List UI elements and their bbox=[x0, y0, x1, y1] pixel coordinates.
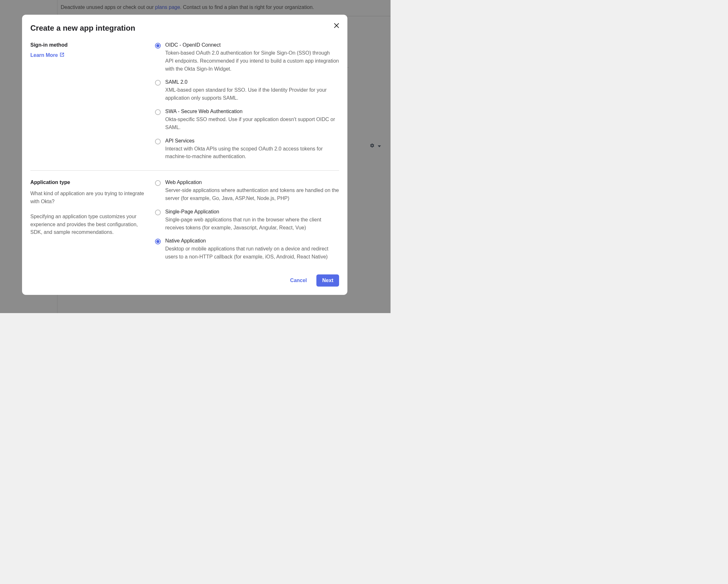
radio-input[interactable] bbox=[155, 239, 161, 244]
application-type-desc: What kind of application are you trying … bbox=[30, 190, 149, 206]
radio-input[interactable] bbox=[155, 109, 161, 115]
radio-input[interactable] bbox=[155, 80, 161, 86]
radio-description: Single-page web applications that run in… bbox=[165, 216, 339, 232]
learn-more-link[interactable]: Learn More bbox=[30, 52, 64, 58]
radio-label: API Services bbox=[165, 138, 339, 144]
radio-option-api-services[interactable]: API Services Interact with Okta APIs usi… bbox=[155, 138, 339, 161]
radio-description: XML-based open standard for SSO. Use if … bbox=[165, 86, 339, 102]
close-icon bbox=[334, 24, 339, 29]
radio-label: SWA - Secure Web Authentication bbox=[165, 109, 339, 114]
external-link-icon bbox=[60, 52, 64, 58]
close-button[interactable] bbox=[333, 22, 340, 31]
radio-option-swa[interactable]: SWA - Secure Web Authentication Okta-spe… bbox=[155, 109, 339, 132]
application-type-section: Application type What kind of applicatio… bbox=[30, 170, 339, 271]
modal-footer: Cancel Next bbox=[30, 274, 339, 287]
radio-description: Token-based OAuth 2.0 authentication for… bbox=[165, 49, 339, 73]
radio-option-saml[interactable]: SAML 2.0 XML-based open standard for SSO… bbox=[155, 79, 339, 102]
radio-label: Web Application bbox=[165, 180, 339, 185]
radio-description: Okta-specific SSO method. Use if your ap… bbox=[165, 116, 339, 132]
cancel-button[interactable]: Cancel bbox=[286, 274, 311, 287]
application-type-desc: Specifying an application type customize… bbox=[30, 213, 149, 236]
radio-description: Desktop or mobile applications that run … bbox=[165, 245, 339, 261]
signin-method-heading: Sign-in method bbox=[30, 42, 149, 48]
radio-label: SAML 2.0 bbox=[165, 79, 339, 85]
radio-input[interactable] bbox=[155, 139, 161, 144]
radio-label: OIDC - OpenID Connect bbox=[165, 42, 339, 48]
radio-description: Interact with Okta APIs using the scoped… bbox=[165, 145, 339, 161]
signin-method-section: Sign-in method Learn More OIDC - OpenID … bbox=[30, 42, 339, 170]
radio-input[interactable] bbox=[155, 180, 161, 186]
radio-label: Single-Page Application bbox=[165, 209, 339, 215]
radio-option-oidc[interactable]: OIDC - OpenID Connect Token-based OAuth … bbox=[155, 42, 339, 73]
radio-input[interactable] bbox=[155, 43, 161, 49]
next-button[interactable]: Next bbox=[316, 274, 339, 287]
create-app-integration-modal: Create a new app integration Sign-in met… bbox=[22, 15, 347, 295]
radio-option-spa[interactable]: Single-Page Application Single-page web … bbox=[155, 209, 339, 232]
radio-input[interactable] bbox=[155, 210, 161, 215]
radio-option-native-app[interactable]: Native Application Desktop or mobile app… bbox=[155, 238, 339, 261]
modal-title: Create a new app integration bbox=[30, 24, 339, 33]
radio-description: Server-side applications where authentic… bbox=[165, 187, 339, 203]
radio-label: Native Application bbox=[165, 238, 339, 244]
radio-option-web-app[interactable]: Web Application Server-side applications… bbox=[155, 180, 339, 203]
application-type-heading: Application type bbox=[30, 180, 149, 185]
